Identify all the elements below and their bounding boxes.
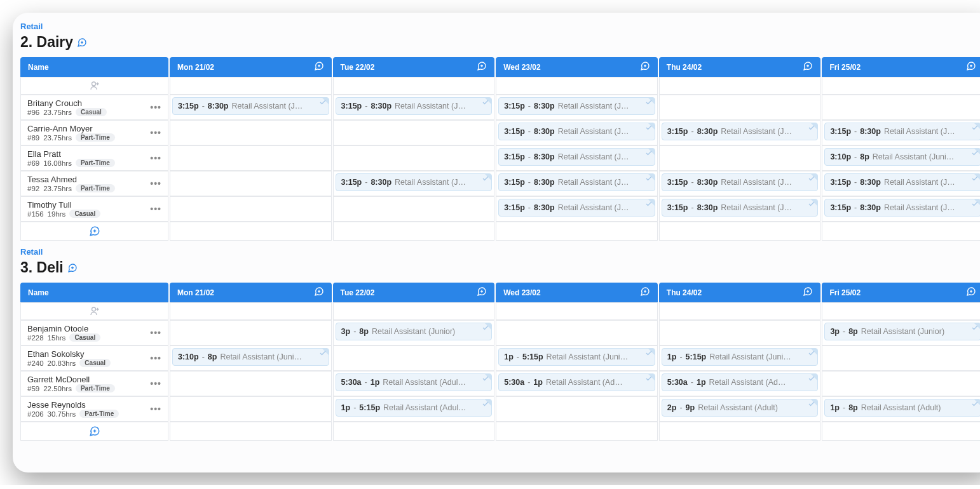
employee-cell[interactable]: Garrett McDonell#5922.50hrsPart-Time•••: [20, 371, 168, 396]
shift-block[interactable]: 3:15p-8:30pRetail Assistant (J…: [824, 199, 980, 217]
employee-cell[interactable]: Britany Crouch#9623.75hrsCasual•••: [20, 95, 168, 120]
day-cell[interactable]: 1p-5:15pRetail Assistant (Juni…: [659, 345, 821, 371]
employee-cell[interactable]: Tessa Ahmed#9223.75hrsPart-Time•••: [20, 171, 168, 196]
day-cell[interactable]: 3:15p-8:30pRetail Assistant (J…: [170, 95, 332, 120]
day-cell[interactable]: 3:15p-8:30pRetail Assistant (J…: [822, 171, 980, 196]
employee-cell[interactable]: Ella Pratt#6916.08hrsPart-Time•••: [20, 145, 168, 171]
chat-plus-icon[interactable]: [803, 61, 813, 73]
shift-block[interactable]: 3:15p-8:30pRetail Assistant (J…: [498, 123, 655, 140]
day-cell[interactable]: 3:15p-8:30pRetail Assistant (J…: [496, 171, 658, 196]
empty-day-cell[interactable]: [333, 222, 495, 241]
employee-cell[interactable]: Jesse Reynolds#20630.75hrsPart-Time•••: [20, 396, 168, 422]
empty-day-cell[interactable]: [333, 422, 495, 441]
column-header-day[interactable]: Mon 21/02: [170, 57, 332, 77]
more-icon[interactable]: •••: [150, 378, 161, 389]
shift-block[interactable]: 2p-9pRetail Assistant (Adult): [662, 399, 819, 417]
day-cell[interactable]: 5:30a-1pRetail Assistant (Adul…: [333, 371, 495, 396]
shift-block[interactable]: 3:15p-8:30pRetail Assistant (J…: [336, 97, 493, 115]
column-header-day[interactable]: Wed 23/02: [496, 57, 658, 77]
day-cell[interactable]: 1p-8pRetail Assistant (Adult): [822, 396, 980, 422]
more-icon[interactable]: •••: [150, 353, 161, 363]
day-cell[interactable]: [822, 95, 980, 120]
shift-block[interactable]: 5:30a-1pRetail Assistant (Adul…: [336, 373, 493, 391]
shift-block[interactable]: 1p-8pRetail Assistant (Adult): [824, 399, 980, 417]
day-cell[interactable]: 3:15p-8:30pRetail Assistant (J…: [333, 95, 495, 120]
column-header-day[interactable]: Wed 23/02: [496, 283, 658, 302]
employee-cell[interactable]: Benjamin Otoole#22815hrsCasual•••: [20, 320, 168, 345]
day-cell[interactable]: [170, 320, 332, 345]
shift-block[interactable]: 3p-8pRetail Assistant (Junior): [336, 323, 493, 340]
shift-block[interactable]: 3:15p-8:30pRetail Assistant (J…: [662, 123, 819, 140]
shift-block[interactable]: 3:15p-8:30pRetail Assistant (J…: [662, 199, 819, 217]
day-cell[interactable]: [170, 196, 332, 222]
shift-block[interactable]: 3:15p-8:30pRetail Assistant (J…: [498, 173, 655, 191]
empty-day-cell[interactable]: [333, 77, 495, 95]
day-cell[interactable]: 3:15p-8:30pRetail Assistant (J…: [822, 120, 980, 145]
empty-day-cell[interactable]: [822, 302, 980, 320]
chat-plus-icon[interactable]: [77, 37, 87, 48]
employee-cell[interactable]: Timothy Tull#15619hrsCasual•••: [20, 196, 168, 222]
more-icon[interactable]: •••: [150, 153, 161, 163]
day-cell[interactable]: 3p-8pRetail Assistant (Junior): [822, 320, 980, 345]
add-employee-button[interactable]: [20, 422, 168, 441]
day-cell[interactable]: 3:15p-8:30pRetail Assistant (J…: [333, 171, 495, 196]
shift-block[interactable]: 3:10p-8pRetail Assistant (Juni…: [172, 348, 329, 366]
column-header-day[interactable]: Fri 25/02: [822, 57, 980, 77]
shift-block[interactable]: 5:30a-1pRetail Assistant (Ad…: [662, 373, 819, 391]
day-cell[interactable]: [822, 371, 980, 396]
day-cell[interactable]: 3:15p-8:30pRetail Assistant (J…: [496, 196, 658, 222]
chat-plus-icon[interactable]: [966, 61, 976, 73]
day-cell[interactable]: [170, 171, 332, 196]
empty-day-cell[interactable]: [496, 222, 658, 241]
day-cell[interactable]: [659, 145, 821, 171]
day-cell[interactable]: 3:15p-8:30pRetail Assistant (J…: [496, 120, 658, 145]
empty-day-cell[interactable]: [496, 422, 658, 441]
chat-plus-icon[interactable]: [966, 286, 976, 298]
empty-day-cell[interactable]: [822, 422, 980, 441]
chat-plus-icon[interactable]: [314, 286, 324, 298]
shift-block[interactable]: 5:30a-1pRetail Assistant (Ad…: [498, 373, 655, 391]
chat-plus-icon[interactable]: [67, 263, 78, 273]
employee-cell[interactable]: Ethan Sokolsky#24020.83hrsCasual•••: [20, 345, 168, 371]
day-cell[interactable]: 3:15p-8:30pRetail Assistant (J…: [659, 120, 821, 145]
chat-plus-icon[interactable]: [477, 286, 487, 298]
employee-cell[interactable]: Carrie-Ann Moyer#8923.75hrsPart-Time•••: [20, 120, 168, 145]
day-cell[interactable]: 3:15p-8:30pRetail Assistant (J…: [496, 95, 658, 120]
day-cell[interactable]: [333, 196, 495, 222]
empty-day-cell[interactable]: [659, 222, 821, 241]
day-cell[interactable]: 1p-5:15pRetail Assistant (Juni…: [496, 345, 658, 371]
empty-day-cell[interactable]: [659, 302, 821, 320]
empty-day-cell[interactable]: [659, 77, 821, 95]
shift-block[interactable]: 3:15p-8:30pRetail Assistant (J…: [498, 97, 655, 115]
chat-plus-icon[interactable]: [803, 286, 813, 298]
day-cell[interactable]: [822, 345, 980, 371]
day-cell[interactable]: 2p-9pRetail Assistant (Adult): [659, 396, 821, 422]
more-icon[interactable]: •••: [150, 204, 161, 214]
empty-day-cell[interactable]: [496, 77, 658, 95]
chat-plus-icon[interactable]: [314, 61, 324, 73]
add-unassigned-cell[interactable]: [20, 302, 168, 320]
shift-block[interactable]: 1p-5:15pRetail Assistant (Juni…: [498, 348, 655, 366]
column-header-day[interactable]: Mon 21/02: [170, 283, 332, 302]
day-cell[interactable]: [333, 120, 495, 145]
chat-plus-icon[interactable]: [477, 61, 487, 73]
day-cell[interactable]: [496, 396, 658, 422]
day-cell[interactable]: 3:10p-8pRetail Assistant (Juni…: [170, 345, 332, 371]
empty-day-cell[interactable]: [170, 77, 332, 95]
day-cell[interactable]: 3:10p-8pRetail Assistant (Juni…: [822, 145, 980, 171]
day-cell[interactable]: 5:30a-1pRetail Assistant (Ad…: [496, 371, 658, 396]
empty-day-cell[interactable]: [170, 222, 332, 241]
add-employee-button[interactable]: [20, 222, 168, 241]
more-icon[interactable]: •••: [150, 102, 161, 112]
section-category[interactable]: Retail: [20, 22, 980, 31]
more-icon[interactable]: •••: [150, 328, 161, 338]
shift-block[interactable]: 3:15p-8:30pRetail Assistant (J…: [662, 173, 819, 191]
column-header-day[interactable]: Tue 22/02: [333, 283, 495, 302]
more-icon[interactable]: •••: [150, 128, 161, 138]
day-cell[interactable]: [333, 145, 495, 171]
empty-day-cell[interactable]: [496, 302, 658, 320]
empty-day-cell[interactable]: [822, 77, 980, 95]
more-icon[interactable]: •••: [150, 178, 161, 189]
day-cell[interactable]: 1p-5:15pRetail Assistant (Adul…: [333, 396, 495, 422]
shift-block[interactable]: 3:15p-8:30pRetail Assistant (J…: [498, 148, 655, 166]
